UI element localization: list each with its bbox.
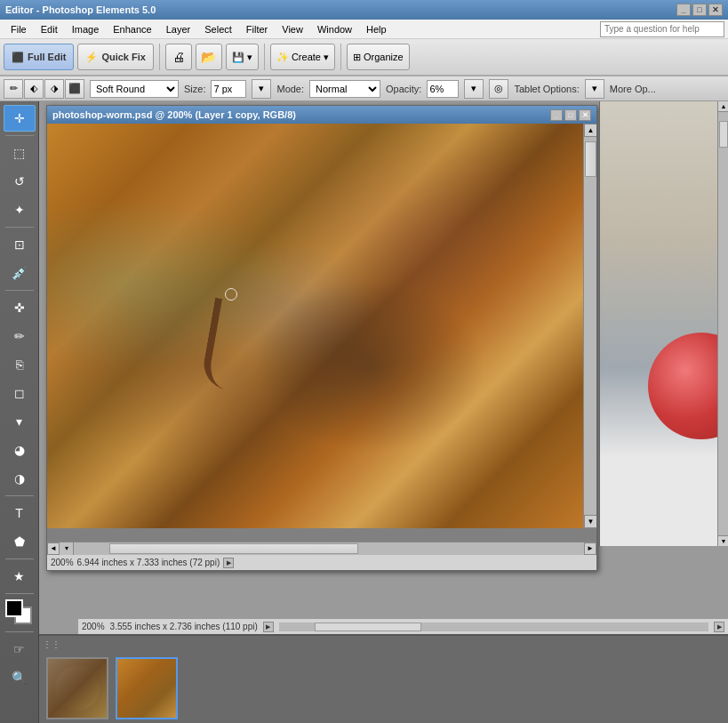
- brush-tool-btn[interactable]: ✏: [4, 323, 36, 349]
- brush-type-select[interactable]: Soft Round: [90, 80, 179, 98]
- filmstrip-thumb-2[interactable]: [116, 657, 178, 719]
- hscroll-nav-btn[interactable]: ▾: [60, 542, 74, 555]
- brush-presets-group: ✏ ⬖ ⬗ ⬛: [4, 79, 84, 99]
- doc-close-btn[interactable]: ✕: [579, 109, 591, 121]
- menu-edit[interactable]: Edit: [34, 22, 65, 36]
- selection-tool-btn[interactable]: ⬚: [4, 140, 36, 166]
- bg-scroll-down-btn[interactable]: ▼: [718, 535, 728, 546]
- custom-shape-tool-btn[interactable]: ★: [4, 563, 36, 590]
- document-vscroll[interactable]: ▲ ▼: [583, 124, 596, 528]
- menu-enhance[interactable]: Enhance: [106, 22, 158, 36]
- mode-label: Mode:: [276, 84, 304, 94]
- doc-nav-arrow[interactable]: ▶: [223, 558, 234, 568]
- opacity-label: Opacity:: [386, 84, 421, 94]
- main-hscroll-track[interactable]: [279, 623, 708, 631]
- lasso-tool-btn[interactable]: ↺: [4, 168, 36, 195]
- minimize-button[interactable]: _: [676, 4, 691, 16]
- close-button[interactable]: ✕: [708, 4, 723, 16]
- canvas-area[interactable]: photoshop-worm.psd @ 200% (Layer 1 copy,…: [39, 101, 728, 723]
- organize-label: Organize: [364, 52, 404, 62]
- blur-tool-btn[interactable]: ◕: [4, 437, 36, 463]
- vscroll-up-btn[interactable]: ▲: [584, 124, 596, 137]
- doc-minimize-btn[interactable]: _: [550, 109, 563, 121]
- canvas-image[interactable]: [47, 124, 585, 528]
- menu-layer[interactable]: Layer: [159, 22, 198, 36]
- image-bin-button[interactable]: 📂: [196, 44, 222, 70]
- full-edit-button[interactable]: ⬛ Full Edit: [4, 44, 74, 70]
- mode-select[interactable]: Normal: [309, 80, 380, 98]
- quick-fix-icon: ⚡: [85, 52, 98, 63]
- opacity-input[interactable]: [427, 80, 459, 98]
- text-tool-btn[interactable]: T: [4, 500, 36, 526]
- toolbar-divider-3: [340, 44, 341, 70]
- clone-tool-btn[interactable]: ⎘: [4, 351, 36, 378]
- vscroll-track[interactable]: [584, 137, 596, 528]
- dodge-tool-btn[interactable]: ◑: [4, 465, 36, 492]
- crop-tool-btn[interactable]: ⊡: [4, 231, 36, 258]
- filmstrip: [39, 652, 728, 723]
- healing-tool-btn[interactable]: ✜: [4, 294, 36, 321]
- color-swatches[interactable]: [4, 599, 36, 626]
- hand-tool-btn[interactable]: ☞: [4, 636, 36, 663]
- canvas-overlay: [47, 124, 585, 528]
- brush-preset-btn-4[interactable]: ⬛: [65, 79, 84, 99]
- eyedropper-tool-btn[interactable]: 💉: [4, 260, 36, 286]
- shape-tool-btn[interactable]: ⬟: [4, 528, 36, 555]
- size-input[interactable]: [211, 80, 246, 98]
- menu-select[interactable]: Select: [197, 22, 239, 36]
- brush-preset-btn-2[interactable]: ⬖: [24, 79, 44, 99]
- document-content[interactable]: ▲ ▼: [47, 124, 596, 542]
- menu-file[interactable]: File: [4, 22, 34, 36]
- bg-scroll-track[interactable]: [718, 112, 728, 535]
- foreground-color-swatch[interactable]: [5, 599, 23, 617]
- menu-window[interactable]: Window: [310, 22, 359, 36]
- hscroll-thumb[interactable]: [109, 543, 358, 554]
- quick-fix-button[interactable]: ⚡ Quick Fix: [77, 44, 154, 70]
- bg-scroll-up-btn[interactable]: ▲: [718, 101, 728, 112]
- vscroll-down-btn[interactable]: ▼: [584, 515, 596, 528]
- help-search-input[interactable]: [600, 21, 724, 37]
- paint-bucket-tool-btn[interactable]: ▾: [4, 408, 36, 435]
- image-bin-icon: 📂: [201, 50, 216, 64]
- doc-maximize-btn[interactable]: □: [564, 109, 577, 121]
- save-button[interactable]: 💾 ▾: [226, 44, 259, 70]
- maximize-button[interactable]: □: [692, 4, 707, 16]
- tool-divider-7: [5, 631, 34, 632]
- title-bar-controls[interactable]: _ □ ✕: [676, 4, 723, 16]
- vscroll-thumb[interactable]: [585, 141, 596, 177]
- brush-preset-btn-1[interactable]: ✏: [4, 79, 23, 99]
- hscroll-left-btn[interactable]: ◄: [47, 542, 60, 555]
- size-stepper[interactable]: ▾: [252, 79, 271, 99]
- toolbar-divider-1: [159, 44, 160, 70]
- doc-nav-btn[interactable]: ▶: [223, 558, 234, 568]
- menu-view[interactable]: View: [275, 22, 310, 36]
- menu-help[interactable]: Help: [359, 22, 394, 36]
- main-nav-btn[interactable]: ▶: [263, 622, 274, 632]
- document-hscroll[interactable]: ◄ ▾ ►: [47, 542, 596, 554]
- filmstrip-area: ⋮⋮: [39, 634, 728, 723]
- menu-filter[interactable]: Filter: [239, 22, 275, 36]
- menu-image[interactable]: Image: [65, 22, 107, 36]
- filmstrip-thumb-1[interactable]: [46, 657, 108, 719]
- bg-vscroll[interactable]: ▲ ▼: [717, 101, 728, 546]
- move-tool-btn[interactable]: ✛: [4, 105, 36, 132]
- organize-button[interactable]: ⊞ Organize: [347, 44, 410, 70]
- main-hscroll-thumb[interactable]: [315, 623, 421, 631]
- print-button[interactable]: 🖨: [165, 44, 192, 70]
- eraser-tool-btn[interactable]: ◻: [4, 380, 36, 406]
- bg-scroll-thumb[interactable]: [719, 121, 728, 148]
- main-zoom: 200%: [82, 622, 105, 631]
- bottom-toolbar: ⋮⋮: [39, 636, 728, 652]
- opacity-stepper[interactable]: ▾: [464, 79, 484, 99]
- airbrush-btn[interactable]: ◎: [489, 79, 508, 99]
- zoom-tool-btn[interactable]: 🔍: [4, 664, 36, 691]
- create-button[interactable]: ✨ Create ▾: [270, 44, 335, 70]
- document-controls[interactable]: _ □ ✕: [550, 109, 591, 121]
- brush-preset-btn-3[interactable]: ⬗: [44, 79, 64, 99]
- hscroll-track[interactable]: [74, 542, 584, 555]
- magic-wand-tool-btn[interactable]: ✦: [4, 197, 36, 223]
- main-scroll-right-btn[interactable]: ▶: [714, 622, 724, 632]
- toolbox: ✛ ⬚ ↺ ✦ ⊡ 💉 ✜ ✏ ⎘ ◻ ▾ ◕ ◑ T ⬟ ★ ☞ 🔍: [0, 101, 39, 723]
- hscroll-right-btn[interactable]: ►: [584, 542, 596, 555]
- tablet-dropdown[interactable]: ▾: [585, 79, 604, 99]
